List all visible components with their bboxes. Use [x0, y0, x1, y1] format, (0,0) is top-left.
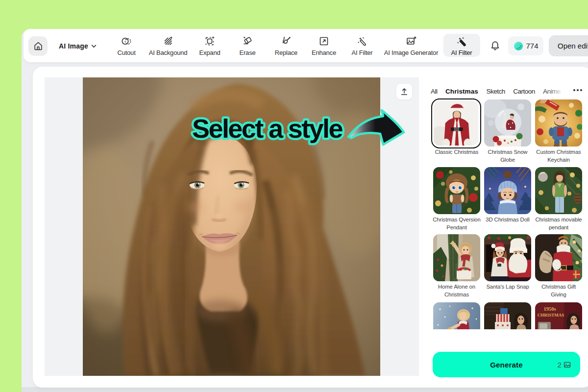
svg-text:1950s: 1950s [543, 306, 556, 312]
svg-text:Select a style: Select a style [192, 114, 343, 143]
svg-text:CHRISTMAS: CHRISTMAS [538, 313, 564, 318]
